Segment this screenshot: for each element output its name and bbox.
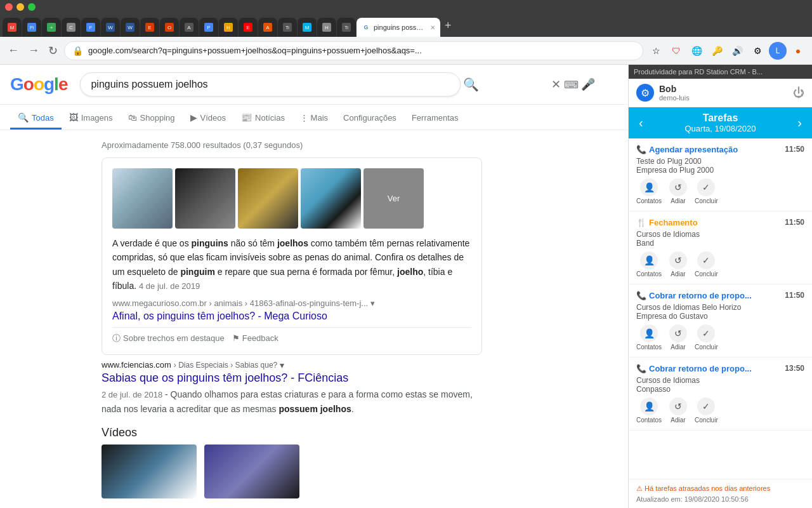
crm-footer: ⚠ Há tarefas atrasadas nos dias anterior… (629, 479, 812, 508)
crm-task-1: 📞 Agendar apresentação 11:50 Teste do Pl… (629, 138, 812, 211)
google-search-page: Google ✕ ⌨ 🎤 🔍 🔍 Todas 🖼 Imag (0, 65, 628, 508)
address-bar[interactable]: 🔒 google.com/search?q=pinguins+possuem+j… (64, 41, 643, 60)
crm-task-4-title[interactable]: 📞 Cobrar retorno de propo... (636, 364, 752, 373)
search-input[interactable] (80, 72, 461, 97)
more-options-icon[interactable]: ● (789, 42, 807, 60)
result-dropdown-1[interactable]: ▾ (280, 360, 284, 370)
tab-t8[interactable]: A (180, 18, 199, 37)
snippet-link[interactable]: Afinal, os pinguins têm joelhos? - Mega … (112, 311, 471, 322)
search-voice-icon[interactable]: 🎤 (581, 77, 595, 91)
search-keyboard-icon[interactable]: ⌨ (564, 79, 579, 91)
results-count: Aproximadamente 758.000 resultados (0,37… (102, 135, 527, 157)
contacts-icon-4: 👤 (640, 398, 658, 415)
tab-t6[interactable]: E (140, 18, 159, 37)
password-icon[interactable]: 🔑 (708, 42, 726, 60)
crm-task-1-time: 11:50 (785, 145, 804, 154)
tab-t5[interactable]: W (121, 18, 140, 37)
crm-task-2-contacts[interactable]: 👤 Contatos (636, 251, 662, 277)
tab-t16[interactable]: Ti (337, 18, 356, 37)
tab-todas[interactable]: 🔍 Todas (10, 107, 62, 130)
crm-task-4-postpone[interactable]: ↺ Adiar (669, 398, 687, 424)
crm-task-4-complete[interactable]: ✓ Concluir (695, 398, 718, 424)
tab-noticias[interactable]: 📰 Notícias (233, 107, 292, 130)
minimize-button[interactable] (16, 3, 24, 11)
tab-t7[interactable]: O (160, 18, 179, 37)
crm-task-4-header: 📞 Cobrar retorno de propo... 13:50 (636, 364, 804, 373)
tab-gmail[interactable]: M (3, 18, 22, 37)
shield-icon[interactable]: 🛡 (667, 42, 685, 60)
tab-shopping[interactable]: 🛍 Shopping (121, 107, 183, 130)
vpn-icon[interactable]: 🌐 (688, 42, 705, 60)
close-button[interactable] (5, 3, 13, 11)
crm-task-2-title[interactable]: 🍴 Fechamento (636, 218, 698, 227)
crm-task-3-complete[interactable]: ✓ Concluir (695, 324, 718, 351)
tab-t11[interactable]: E (239, 18, 258, 37)
tab-t10[interactable]: H (219, 18, 238, 37)
tab-t12[interactable]: A (258, 18, 277, 37)
crm-task-2-complete[interactable]: ✓ Concluir (695, 251, 718, 277)
crm-task-1-contacts[interactable]: 👤 Contatos (636, 178, 662, 204)
crm-task-2-postpone[interactable]: ↺ Adiar (669, 251, 687, 277)
tab-noticias-label: Notícias (255, 113, 285, 123)
tab-t15[interactable]: H (317, 18, 336, 37)
tab-t2[interactable]: C (62, 18, 81, 37)
crm-task-1-title[interactable]: 📞 Agendar apresentação (636, 145, 738, 154)
tab-videos[interactable]: ▶ Vídeos (183, 107, 233, 130)
crm-task-3-contacts[interactable]: 👤 Contatos (636, 324, 662, 351)
snippet-image-2[interactable] (175, 168, 235, 229)
snippet-image-4[interactable] (301, 168, 361, 229)
audio-icon[interactable]: 🔊 (728, 42, 746, 60)
video-thumb-2[interactable] (204, 444, 299, 498)
crm-utensils-icon-2: 🍴 (636, 218, 646, 227)
tab-drive[interactable]: Pi (22, 18, 41, 37)
tab-ferramentas[interactable]: Ferramentas (404, 108, 466, 130)
extension-icon[interactable]: ⚙ (749, 42, 766, 60)
crm-task-4-time: 13:50 (785, 364, 804, 373)
tab-t4[interactable]: W (101, 18, 120, 37)
tab-configuracoes[interactable]: Configurações (336, 108, 404, 130)
tab-todas-label: Todas (32, 113, 54, 123)
tab-google[interactable]: G pinguins possuem joelhos ✕ (357, 18, 440, 37)
refresh-button[interactable]: ↻ (46, 41, 60, 60)
search-clear-button[interactable]: ✕ (551, 77, 561, 91)
crm-gear-icon[interactable]: ⚙ (636, 84, 654, 102)
videos-icon: ▶ (190, 112, 197, 123)
result-title-1[interactable]: Sabias que os pinguins têm joelhos? - FC… (102, 371, 482, 385)
bookmark-icon[interactable]: ☆ (647, 42, 665, 60)
tab-t13[interactable]: Ti (278, 18, 297, 37)
crm-task-3-postpone[interactable]: ↺ Adiar (669, 324, 687, 351)
nav-bar: ← → ↻ 🔒 google.com/search?q=pinguins+pos… (0, 37, 812, 65)
tab-t1[interactable]: + (42, 18, 61, 37)
tab-mais[interactable]: ⋮ Mais (292, 108, 336, 130)
maximize-button[interactable] (28, 3, 36, 11)
snippet-dropdown[interactable]: ▾ (370, 298, 375, 308)
profile-icon[interactable]: L (769, 42, 787, 60)
snippet-image-more[interactable]: Ver (363, 168, 424, 229)
title-bar (0, 0, 812, 14)
crm-nav-next[interactable]: › (797, 116, 802, 130)
snippet-image-1[interactable] (112, 168, 173, 229)
snippet-image-3[interactable] (238, 168, 298, 229)
forward-button[interactable]: → (25, 41, 42, 60)
crm-task-1-complete[interactable]: ✓ Concluir (695, 178, 718, 204)
crm-task-3-time: 11:50 (785, 291, 804, 300)
video-thumb-1[interactable] (102, 444, 197, 498)
add-tab-button[interactable]: + (441, 19, 455, 32)
google-header: Google ✕ ⌨ 🎤 🔍 (0, 65, 628, 105)
back-button[interactable]: ← (5, 41, 22, 60)
crm-power-button[interactable]: ⏻ (793, 86, 804, 100)
tab-t9[interactable]: P (199, 18, 218, 37)
tab-t3[interactable]: F (81, 18, 100, 37)
shopping-icon: 🛍 (128, 112, 137, 123)
crm-nav-prev[interactable]: ‹ (639, 116, 643, 130)
crm-task-1-postpone[interactable]: ↺ Adiar (669, 178, 687, 204)
search-submit-button[interactable]: 🔍 (461, 74, 481, 95)
highlight-info[interactable]: ⓘ Sobre trechos em destaque (112, 333, 225, 344)
tab-t14[interactable]: M (298, 18, 317, 37)
snippet-source-url: www.megacurioso.com.br › animais › 41863… (112, 298, 368, 308)
tab-imagens[interactable]: 🖼 Imagens (62, 107, 121, 130)
google-logo: Google (10, 74, 67, 95)
feedback-button[interactable]: ⚑ Feedback (232, 333, 278, 343)
crm-task-4-contacts[interactable]: 👤 Contatos (636, 398, 662, 424)
crm-task-3-title[interactable]: 📞 Cobrar retorno de propo... (636, 291, 752, 300)
